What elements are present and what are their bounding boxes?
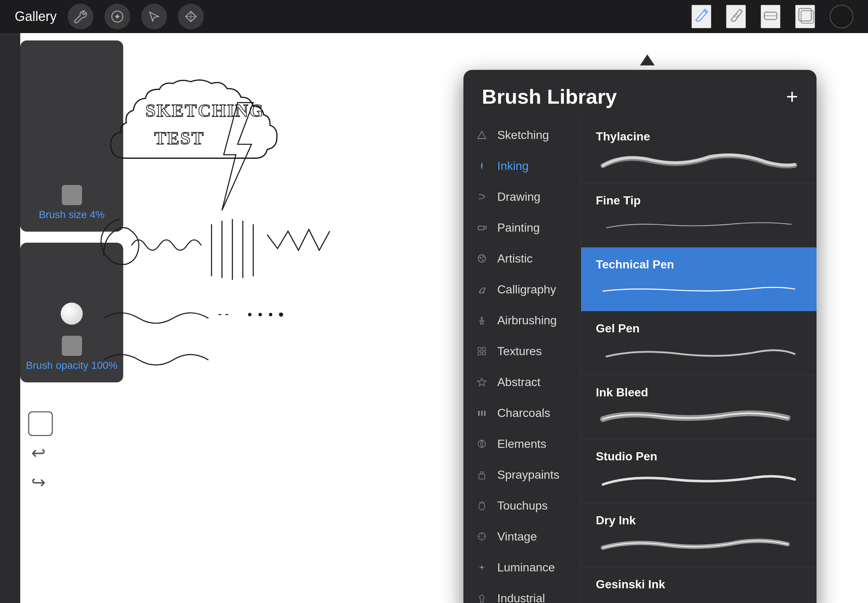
calligraphy-icon: 𝑎 [475, 282, 489, 297]
svg-point-15 [258, 313, 262, 316]
brush-item-studio-pen[interactable]: Studio Pen [581, 439, 817, 503]
category-item-elements[interactable]: Elements [463, 428, 581, 459]
brush-item-gesinski-ink[interactable]: Gesinski Ink [581, 567, 817, 603]
industrial-icon [475, 591, 489, 603]
category-label-sketching: Sketching [497, 128, 549, 142]
category-label-drawing: Drawing [497, 190, 540, 204]
category-item-spraypaints[interactable]: Spraypaints [463, 459, 581, 490]
canvas-area: Brush size 4% Brush opacity 100% SKETCHI… [0, 33, 868, 603]
svg-rect-29 [478, 352, 481, 355]
panel-indicator [640, 54, 654, 65]
layers-tool-button[interactable] [795, 5, 815, 28]
gallery-button[interactable]: Gallery [15, 9, 57, 24]
vintage-icon [475, 529, 489, 544]
brush-item-dry-ink[interactable]: Dry Ink [581, 503, 817, 567]
svg-rect-33 [484, 411, 486, 416]
svg-rect-30 [483, 352, 486, 355]
brush-library-header: Brush Library + [463, 70, 817, 116]
svg-point-38 [479, 502, 485, 510]
brush-item-gel-pen[interactable]: Gel Pen [581, 311, 817, 376]
svg-point-16 [269, 313, 272, 316]
brush-name-technical-pen: Technical Pen [596, 258, 802, 271]
category-item-inking[interactable]: Inking [463, 150, 581, 181]
brush-stroke-technical-pen [596, 277, 802, 299]
svg-rect-28 [483, 348, 486, 350]
svg-rect-31 [478, 411, 480, 416]
category-label-spraypaints: Spraypaints [497, 468, 559, 482]
brush-library-title: Brush Library [482, 85, 617, 108]
category-item-touchups[interactable]: Touchups [463, 490, 581, 521]
category-item-sketching[interactable]: Sketching [463, 119, 581, 150]
brush-list: Thylacine Fine Tip Technical Pen [581, 116, 817, 603]
category-label-touchups: Touchups [497, 499, 548, 513]
inking-icon [475, 158, 489, 173]
category-item-calligraphy[interactable]: 𝑎 Calligraphy [463, 274, 581, 305]
brush-stroke-ink-bleed [596, 405, 802, 427]
svg-text:TEST: TEST [154, 128, 204, 148]
abstract-icon [475, 375, 489, 390]
category-item-luminance[interactable]: Luminance [463, 552, 581, 583]
category-label-luminance: Luminance [497, 561, 555, 574]
category-label-vintage: Vintage [497, 530, 537, 543]
brush-stroke-gel-pen [596, 341, 802, 363]
category-item-drawing[interactable]: Drawing [463, 181, 581, 212]
category-item-industrial[interactable]: Industrial [463, 583, 581, 603]
brush-name-gesinski-ink: Gesinski Ink [596, 578, 802, 591]
category-item-painting[interactable]: Painting [463, 212, 581, 243]
selection-button[interactable] [141, 4, 167, 29]
brush-tool-button[interactable] [692, 5, 711, 28]
charcoals-icon [475, 405, 489, 420]
smudge-tool-button[interactable] [726, 5, 746, 28]
brush-stroke-studio-pen [596, 469, 802, 491]
svg-rect-35 [479, 474, 485, 479]
avatar[interactable] [830, 5, 853, 28]
toolbar-right [692, 5, 853, 28]
brush-item-ink-bleed[interactable]: Ink Bleed [581, 376, 817, 439]
category-item-vintage[interactable]: Vintage [463, 521, 581, 552]
svg-text:↩: ↩ [31, 443, 46, 463]
svg-point-17 [279, 312, 283, 317]
toolbar-left: Gallery [15, 4, 204, 29]
eraser-tool-button[interactable] [761, 5, 780, 28]
svg-rect-20 [29, 412, 52, 435]
category-item-textures[interactable]: Textures [463, 336, 581, 366]
transform-button[interactable] [178, 4, 204, 29]
magic-button[interactable] [104, 4, 130, 29]
brush-item-technical-pen[interactable]: Technical Pen [581, 247, 817, 311]
brush-item-fine-tip[interactable]: Fine Tip [581, 184, 817, 247]
brush-item-thylacine[interactable]: Thylacine [581, 119, 817, 184]
top-toolbar: Gallery [0, 0, 868, 33]
category-item-abstract[interactable]: Abstract [463, 366, 581, 397]
category-item-airbrushing[interactable]: Airbrushing [463, 305, 581, 336]
drawing-icon [475, 189, 489, 204]
svg-point-1 [116, 15, 119, 18]
category-label-inking: Inking [497, 159, 529, 173]
category-sidebar: Sketching Inking [463, 116, 581, 603]
svg-rect-36 [480, 472, 483, 474]
wrench-button[interactable] [68, 4, 93, 29]
svg-point-40 [481, 566, 483, 569]
svg-point-34 [478, 440, 486, 447]
svg-text:SKETCHING: SKETCHING [145, 100, 265, 121]
spraypaints-icon [475, 467, 489, 482]
brush-library-body: Sketching Inking [463, 116, 817, 603]
category-label-airbrushing: Airbrushing [497, 314, 557, 327]
airbrushing-icon [475, 313, 489, 328]
category-label-textures: Textures [497, 345, 542, 358]
brush-name-studio-pen: Studio Pen [596, 450, 802, 463]
svg-point-24 [483, 256, 484, 258]
brush-stroke-dry-ink [596, 533, 802, 555]
textures-icon [475, 344, 489, 359]
luminance-icon [475, 560, 489, 575]
svg-rect-32 [481, 411, 483, 416]
svg-point-25 [482, 259, 483, 261]
svg-rect-27 [478, 348, 481, 350]
add-brush-button[interactable]: + [786, 85, 798, 108]
category-label-elements: Elements [497, 437, 546, 451]
category-item-artistic[interactable]: Artistic [463, 243, 581, 274]
artistic-icon [475, 251, 489, 266]
brush-library-panel: Brush Library + Sketching [463, 70, 817, 603]
brush-name-gel-pen: Gel Pen [596, 322, 802, 336]
category-label-charcoals: Charcoals [497, 406, 550, 420]
category-item-charcoals[interactable]: Charcoals [463, 397, 581, 428]
